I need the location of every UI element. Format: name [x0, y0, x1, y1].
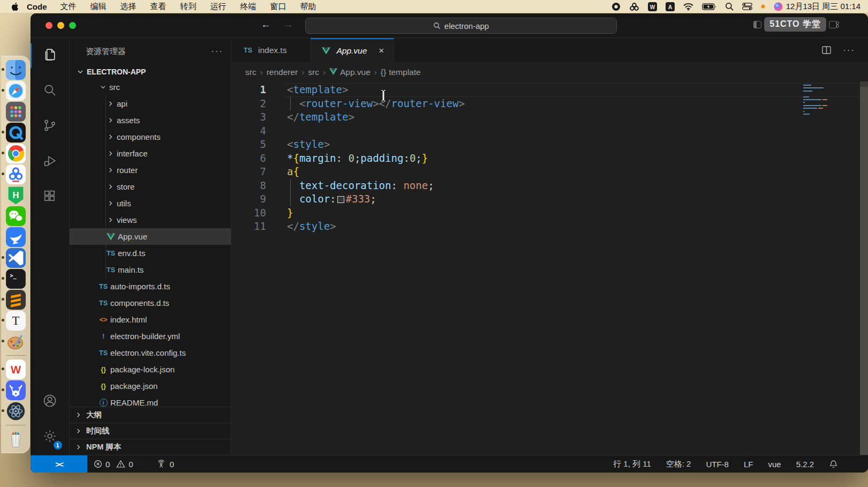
activitybar-settings[interactable]: 1 [31, 419, 70, 455]
wifi-icon[interactable] [683, 3, 693, 11]
tree-folder-router[interactable]: router [70, 162, 231, 178]
breadcrumb-segment-App.vue[interactable]: App.vue [329, 68, 371, 77]
dock-item-typora[interactable]: T [6, 311, 26, 331]
apple-icon[interactable] [12, 2, 19, 11]
activitybar-extensions[interactable] [31, 179, 70, 215]
sidebar-section-1[interactable]: 大纲 [70, 407, 231, 423]
dock-item-clover-app[interactable] [6, 164, 26, 184]
siri-icon[interactable] [774, 2, 783, 11]
close-tab-icon[interactable]: × [379, 46, 384, 56]
more-actions-icon[interactable]: ··· [843, 45, 855, 56]
tree-folder-api[interactable]: api [70, 95, 231, 112]
dock-item-trash[interactable] [6, 429, 26, 449]
dock-item-quicktime[interactable] [6, 123, 26, 143]
menu-item-1[interactable]: 文件 [54, 2, 84, 12]
activitybar-explorer[interactable] [31, 38, 70, 73]
minimize-window-button[interactable] [57, 22, 64, 29]
navigate-forward-button[interactable]: → [283, 19, 293, 31]
dock-item-wps[interactable]: W [6, 359, 26, 379]
cursor-position[interactable]: 行 1, 列 11 [608, 459, 656, 469]
workspace-root-row[interactable]: ELECTRON-APP [70, 65, 231, 79]
ports-status[interactable]: 0 [149, 455, 180, 473]
tree-file-App.vue[interactable]: App.vue [70, 228, 231, 245]
eol[interactable]: LF [738, 460, 759, 469]
menubar-clock[interactable]: 12月13日 周三 01:14 [786, 2, 861, 12]
control-center-icon[interactable] [742, 3, 752, 10]
menu-item-6[interactable]: 运行 [203, 2, 233, 12]
record-icon[interactable] [612, 2, 621, 11]
tree-file-electron.vite.config.ts[interactable]: TSelectron.vite.config.ts [70, 344, 231, 361]
activitybar-run-debug[interactable] [31, 144, 70, 179]
zoom-window-button[interactable] [69, 22, 76, 29]
indentation[interactable]: 空格: 2 [661, 459, 697, 469]
dock-item-launchpad[interactable] [6, 102, 26, 122]
dock-item-deer[interactable] [6, 380, 26, 400]
search-icon[interactable] [725, 2, 734, 11]
notifications-bell[interactable] [824, 460, 843, 469]
activitybar-source-control[interactable] [31, 109, 70, 144]
dock-item-palette[interactable] [6, 332, 26, 351]
breadcrumb-segment-template[interactable]: {}template [381, 68, 421, 77]
minimap[interactable] [803, 85, 827, 116]
menu-item-3[interactable]: 选择 [114, 2, 144, 12]
dock-item-wechat[interactable] [6, 206, 26, 226]
menu-item-9[interactable]: 帮助 [293, 2, 323, 12]
navigate-back-button[interactable]: ← [261, 19, 271, 31]
encoding[interactable]: UTF-8 [700, 460, 734, 469]
tab-App.vue[interactable]: App.vue× [311, 38, 394, 63]
tree-file-env.d.ts[interactable]: TSenv.d.ts [70, 245, 231, 261]
split-editor-icon[interactable] [822, 46, 831, 54]
breadcrumb-segment-renderer[interactable]: renderer [267, 68, 298, 77]
toggle-panel-icon[interactable] [753, 21, 761, 28]
notification-dot-icon[interactable] [761, 4, 765, 9]
tree-file-index.html[interactable]: <>index.html [70, 311, 231, 328]
tree-folder-components[interactable]: components [70, 129, 231, 145]
dock-item-vscode[interactable] [6, 248, 26, 268]
tree-file-components.d.ts[interactable]: TScomponents.d.ts [70, 295, 231, 311]
tab-index.ts[interactable]: TSindex.ts [231, 38, 311, 62]
dock-item-terminal[interactable]: >_ [6, 269, 26, 289]
tree-file-package.json[interactable]: {}package.json [70, 378, 231, 394]
sidebar-section-3[interactable]: NPM 脚本 [70, 439, 231, 455]
menu-item-8[interactable]: 窗口 [263, 2, 293, 12]
clover-icon[interactable] [629, 2, 639, 11]
tree-file-electron-builder.yml[interactable]: !electron-builder.yml [70, 328, 231, 344]
wps-menubar-icon[interactable]: W [648, 2, 657, 11]
breadcrumb-segment-src[interactable]: src [308, 68, 319, 77]
input-source-icon[interactable]: A [666, 2, 675, 11]
code-editor[interactable]: 1<template>2 <router-view></router-view>… [231, 81, 868, 455]
dock-item-safari[interactable] [6, 81, 26, 101]
problems-status[interactable]: 0 0 [87, 455, 140, 473]
tree-folder-utils[interactable]: utils [70, 195, 231, 212]
tree-folder-views[interactable]: views [70, 212, 231, 228]
dock-item-sublime[interactable] [6, 290, 26, 310]
editor-scrollbar[interactable] [860, 81, 868, 455]
customize-layout-icon[interactable] [829, 21, 837, 28]
dock-item-atom[interactable] [6, 401, 26, 421]
activitybar-search[interactable] [31, 73, 70, 109]
command-center-search[interactable]: electron-app [305, 18, 617, 34]
battery-icon[interactable] [702, 3, 716, 10]
language-mode[interactable]: vue [763, 460, 786, 469]
menubar-app-name[interactable]: Code [27, 2, 47, 11]
tree-folder-store[interactable]: store [70, 178, 231, 195]
dock-item-finder[interactable] [6, 60, 26, 80]
sidebar-section-2[interactable]: 时间线 [70, 423, 231, 439]
dock-item-hbuilderx[interactable]: H [6, 185, 26, 205]
activitybar-accounts[interactable] [31, 384, 70, 419]
tree-file-auto-imports.d.ts[interactable]: TSauto-imports.d.ts [70, 278, 231, 295]
tree-folder-src[interactable]: src [70, 79, 231, 95]
tree-file-package-lock.json[interactable]: {}package-lock.json [70, 361, 231, 378]
menu-item-4[interactable]: 查看 [144, 2, 173, 12]
tree-folder-assets[interactable]: assets [70, 112, 231, 129]
scrollbar-thumb[interactable] [860, 81, 868, 87]
dock-item-chrome[interactable] [6, 144, 26, 163]
dock-item-dingtalk[interactable] [6, 227, 26, 247]
tree-file-main.ts[interactable]: TSmain.ts [70, 261, 231, 278]
menu-item-5[interactable]: 转到 [173, 2, 203, 12]
vue-version[interactable]: 5.2.2 [791, 460, 819, 469]
breadcrumb-segment-src[interactable]: src [245, 68, 256, 77]
menu-item-2[interactable]: 编辑 [84, 2, 114, 12]
explorer-more-actions[interactable]: ··· [211, 46, 223, 57]
color-swatch[interactable] [337, 196, 344, 203]
